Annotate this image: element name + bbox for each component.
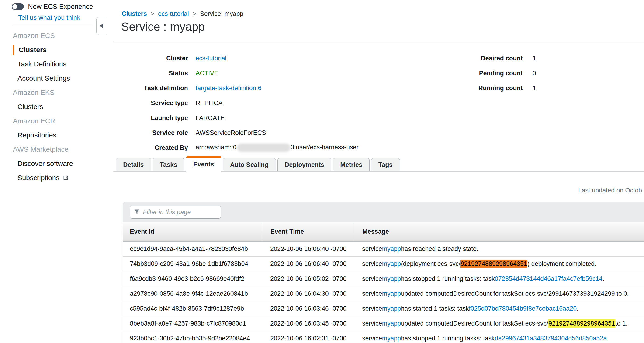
- sidebar-item-clusters[interactable]: Clusters: [0, 99, 106, 114]
- tab-deployments[interactable]: Deployments: [278, 158, 332, 171]
- message-link[interactable]: myapp: [382, 260, 401, 268]
- sidebar-item-label: Subscriptions: [18, 171, 60, 185]
- tab-tasks[interactable]: Tasks: [153, 158, 185, 171]
- detail-value-launch-type: FARGATE: [196, 114, 224, 122]
- detail-label: Service role: [106, 129, 188, 137]
- event-message-cell: service myapp updated computedDesiredCou…: [354, 286, 644, 301]
- message-text: .: [576, 305, 578, 312]
- detail-value-service-role: AWSServiceRoleForECS: [196, 129, 266, 137]
- service-counts: Desired count1Pending count0Running coun…: [462, 51, 536, 95]
- feedback-link[interactable]: Tell us what you think: [18, 14, 80, 21]
- breadcrumb-item-clusters[interactable]: Clusters: [122, 10, 147, 17]
- sidebar-item-discover-software[interactable]: Discover software: [0, 156, 106, 171]
- tab-bar: DetailsTasksEventsAuto ScalingDeployment…: [116, 156, 402, 172]
- detail-value-cluster[interactable]: ecs-tutorial: [196, 55, 226, 62]
- message-text: has stopped 1 running tasks: task: [401, 275, 495, 282]
- detail-row-launch-type: Launch typeFARGATE: [106, 110, 358, 125]
- message-text: service: [362, 305, 382, 312]
- count-value: 1: [532, 85, 536, 92]
- message-link[interactable]: myapp: [382, 305, 401, 312]
- count-row-desired-count: Desired count1: [462, 51, 536, 66]
- filter-input[interactable]: [142, 208, 227, 216]
- message-text: updated computedDesiredCount for taskSet…: [401, 320, 548, 327]
- message-text: service: [362, 335, 382, 342]
- count-label: Running count: [462, 85, 523, 92]
- event-id-cell: c595ad4c-bf4f-482b-8563-7df9c1287e9b: [123, 301, 263, 316]
- sidebar-item-label: Discover software: [18, 156, 73, 171]
- collapse-arrow-icon: [100, 23, 103, 28]
- breadcrumb-item-ecs-tutorial[interactable]: ecs-tutorial: [158, 10, 189, 17]
- sidebar-item-repositories[interactable]: Repositories: [0, 128, 106, 142]
- new-ecs-experience-row: New ECS Experience: [12, 3, 93, 10]
- sidebar-item-label: Task Definitions: [18, 57, 66, 71]
- table-row: 923b05c1-30b2-47bb-b535-9d2be22084e42022…: [123, 331, 644, 343]
- tab-events[interactable]: Events: [186, 156, 221, 172]
- breadcrumb-separator: >: [192, 10, 196, 17]
- sidebar-item-label: Clusters: [18, 99, 43, 114]
- detail-label: Service type: [106, 99, 188, 107]
- message-link[interactable]: myapp: [382, 335, 401, 342]
- app-root: New ECS Experience Tell us what you thin…: [0, 0, 644, 343]
- column-header-event-time: Event Time: [263, 222, 354, 241]
- sidebar-section-amazon-ecs: Amazon ECS: [0, 28, 106, 43]
- count-row-running-count: Running count1: [462, 81, 536, 95]
- event-message-cell: service myapp has stopped 1 running task…: [354, 272, 644, 286]
- message-link[interactable]: f025d07bd780454b9f8e7cebac16aa20: [469, 305, 576, 312]
- sidebar-item-clusters[interactable]: Clusters: [0, 43, 106, 57]
- detail-label: Cluster: [106, 55, 188, 62]
- tab-metrics[interactable]: Metrics: [333, 158, 370, 171]
- count-label: Desired count: [462, 55, 523, 62]
- sidebar-item-label: Repositories: [18, 128, 56, 142]
- message-link[interactable]: 072854d473144d46a17fa4c7efb59c14: [495, 275, 602, 282]
- message-link[interactable]: myapp: [382, 290, 401, 297]
- sidebar-item-label: Account Settings: [18, 71, 70, 85]
- event-time-cell: 2022-10-06 16:03:46 -0700: [263, 301, 354, 316]
- events-table-header: Event IdEvent TimeMessage: [123, 222, 644, 242]
- detail-value-status: ACTIVE: [196, 70, 218, 77]
- sidebar-item-account-settings[interactable]: Account Settings: [0, 71, 106, 85]
- main-content: Clusters>ecs-tutorial>Service: myapp Ser…: [106, 0, 644, 343]
- count-label: Pending count: [462, 70, 523, 77]
- message-text: has started 1 tasks: task: [401, 305, 469, 312]
- breadcrumb: Clusters>ecs-tutorial>Service: myapp: [122, 10, 244, 17]
- created-by-suffix: 3:user/ecs-harness-user: [291, 144, 358, 151]
- last-updated-text: Last updated on Octob: [578, 187, 642, 194]
- message-link[interactable]: myapp: [382, 320, 401, 327]
- message-text: service: [362, 245, 382, 253]
- event-message-cell: service myapp has stopped 1 running task…: [354, 331, 644, 343]
- search-highlight: 9219274889298964351: [460, 260, 528, 268]
- message-text: has stopped 1 running tasks: task: [401, 335, 495, 342]
- message-text: (deployment ecs-svc/: [401, 260, 460, 268]
- event-id-cell: 8beb3a8f-a0e7-4257-983b-c7fc870980d1: [123, 316, 263, 331]
- sidebar-collapse-button[interactable]: [96, 17, 106, 35]
- detail-label: Created By: [106, 144, 188, 151]
- message-link[interactable]: myapp: [382, 275, 401, 282]
- external-link-icon: [63, 175, 69, 181]
- tab-tags[interactable]: Tags: [371, 158, 400, 171]
- event-time-cell: 2022-10-06 16:06:40 -0700: [263, 257, 354, 271]
- table-row: c595ad4c-bf4f-482b-8563-7df9c1287e9b2022…: [123, 301, 644, 316]
- message-text: updated computedDesiredCount for taskSet…: [401, 290, 629, 297]
- tab-details[interactable]: Details: [116, 158, 151, 171]
- message-text: ) deployment completed.: [528, 260, 596, 268]
- sidebar-item-task-definitions[interactable]: Task Definitions: [0, 57, 106, 71]
- events-table-body: ec9e1d94-9aca-45b4-a4a1-7823030fe84b2022…: [123, 242, 644, 343]
- message-link[interactable]: myapp: [382, 245, 401, 253]
- new-ecs-experience-toggle[interactable]: [12, 3, 24, 10]
- filter-funnel-icon: [134, 209, 140, 215]
- message-text: service: [362, 290, 382, 297]
- redacted-account-id: [237, 144, 290, 152]
- detail-value-task-definition[interactable]: fargate-task-definition:6: [196, 85, 262, 92]
- detail-label: Task definition: [106, 85, 188, 92]
- detail-value-created-by: arn:aws:iam::03:user/ecs-harness-user: [196, 144, 358, 152]
- detail-label: Launch type: [106, 114, 188, 122]
- count-row-pending-count: Pending count0: [462, 66, 536, 81]
- page-title: Service : myapp: [121, 20, 205, 33]
- message-link[interactable]: da29967431a3483794304d56d850a52a: [495, 335, 607, 342]
- new-ecs-experience-label: New ECS Experience: [28, 3, 93, 10]
- table-row: ec9e1d94-9aca-45b4-a4a1-7823030fe84b2022…: [123, 242, 644, 257]
- message-text: to 1.: [615, 320, 628, 327]
- sidebar-item-subscriptions[interactable]: Subscriptions: [0, 171, 106, 185]
- tab-auto-scaling[interactable]: Auto Scaling: [223, 158, 276, 171]
- event-time-cell: 2022-10-06 16:05:02 -0700: [263, 272, 354, 286]
